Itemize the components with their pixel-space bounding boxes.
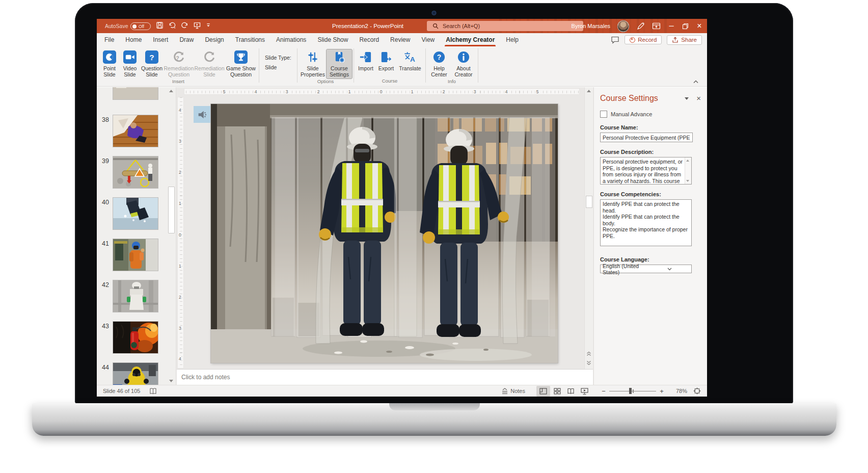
thumbnail-scroll-up-icon[interactable] <box>168 87 174 94</box>
tabrow-actions: Record Share <box>611 33 702 46</box>
start-slideshow-icon[interactable] <box>193 21 201 29</box>
remediation-slide-button[interactable]: RemediationSlide <box>194 49 225 78</box>
course-settings-button[interactable]: CourseSettings <box>327 49 352 78</box>
accessibility-book-icon[interactable] <box>149 388 157 395</box>
scroll-up-icon[interactable] <box>686 160 689 162</box>
notes-pane[interactable]: Click to add notes <box>177 369 593 385</box>
help-center-button[interactable]: ? HelpCenter <box>427 49 451 78</box>
record-dot-icon <box>630 37 635 43</box>
tab-slide-show[interactable]: Slide Show <box>312 33 354 46</box>
autosave-toggle[interactable]: Off <box>130 22 151 30</box>
fit-slide-to-window-icon[interactable] <box>693 387 701 395</box>
autosave-label: AutoSave <box>105 23 128 29</box>
comments-icon[interactable] <box>611 36 619 44</box>
panel-close-icon[interactable]: × <box>696 95 701 102</box>
select-chevron-icon <box>646 268 691 271</box>
ribbon-group-course: Import Export A Translate Course <box>356 46 424 86</box>
zoom-in-button[interactable]: + <box>658 387 666 395</box>
course-competencies-textarea[interactable]: Identify PPE that can protect the head. … <box>601 200 691 246</box>
slide-sorter-view-button[interactable] <box>550 386 564 397</box>
user-avatar[interactable] <box>617 20 629 32</box>
user-name[interactable]: Byron Marsales <box>572 23 610 29</box>
tab-help[interactable]: Help <box>500 33 524 46</box>
about-creator-button[interactable]: AboutCreator <box>451 49 476 78</box>
editor-scroll-thumb[interactable] <box>586 196 592 208</box>
close-button[interactable]: × <box>696 19 703 33</box>
horizontal-ruler: 5 4 3 2 1 0 1 2 3 4 5 <box>184 88 580 95</box>
tab-record[interactable]: Record <box>354 33 385 46</box>
remediation-question-button[interactable]: ? RemediationQuestion <box>164 49 194 78</box>
next-slide-button[interactable] <box>585 359 593 366</box>
tab-insert[interactable]: Insert <box>147 33 174 46</box>
pane-options-chevron-icon[interactable] <box>685 97 689 100</box>
svg-text:?: ? <box>176 55 179 61</box>
thumbnail-scrollbar[interactable] <box>168 87 174 385</box>
tab-view[interactable]: View <box>416 33 440 46</box>
slide-properties-button[interactable]: SlideProperties <box>299 49 327 78</box>
slide-37-thumbnail[interactable] <box>113 87 158 99</box>
translate-button[interactable]: A Translate <box>396 49 424 72</box>
slide-41-thumbnail[interactable] <box>113 239 158 271</box>
description-scrollbar[interactable] <box>685 157 691 184</box>
previous-slide-button[interactable] <box>585 350 593 357</box>
import-button[interactable]: Import <box>356 49 376 72</box>
slide-43-thumbnail[interactable] <box>113 322 158 353</box>
course-language-select[interactable]: English (United States) <box>600 265 692 273</box>
question-slide-button[interactable]: ? QuestionSlide <box>140 49 164 78</box>
slide-38-thumbnail[interactable] <box>113 115 158 147</box>
sketch-pen-icon[interactable] <box>636 22 645 31</box>
scroll-up-icon[interactable] <box>585 87 593 95</box>
record-button[interactable]: Record <box>625 35 662 44</box>
slide-number: 43 <box>102 323 111 330</box>
course-name-input[interactable] <box>600 133 693 142</box>
video-slide-icon <box>123 50 137 64</box>
undo-icon[interactable] <box>168 21 176 29</box>
normal-view-button[interactable] <box>536 386 550 397</box>
main-area: 38 39 40 41 42 <box>97 87 707 385</box>
titlebar-right: Byron Marsales ─ × <box>572 19 703 33</box>
zoom-slider[interactable] <box>609 387 656 395</box>
slide-type-value: Slide <box>265 63 292 72</box>
tab-transitions[interactable]: Transitions <box>230 33 270 46</box>
export-button[interactable]: Export <box>376 49 396 72</box>
tab-alchemy-creator[interactable]: Alchemy Creator <box>440 33 500 46</box>
slide-40-thumbnail[interactable] <box>113 198 158 229</box>
save-icon[interactable] <box>156 21 164 29</box>
editor-scrollbar[interactable] <box>584 87 593 370</box>
ribbon-display-options-icon[interactable] <box>652 22 661 30</box>
restore-button[interactable] <box>682 23 689 30</box>
customize-qat-chevron-icon[interactable] <box>206 21 211 29</box>
course-language-value: English (United States) <box>601 263 646 275</box>
minimize-button[interactable]: ─ <box>668 19 675 33</box>
tab-draw[interactable]: Draw <box>174 33 199 46</box>
tab-file[interactable]: File <box>99 33 120 46</box>
slide-39-thumbnail[interactable] <box>113 156 158 188</box>
audio-clip-icon[interactable] <box>194 106 210 123</box>
manual-advance-checkbox[interactable] <box>600 111 607 118</box>
notes-toggle-button[interactable]: Notes <box>501 388 525 394</box>
game-show-question-icon <box>234 50 248 64</box>
tab-home[interactable]: Home <box>120 33 147 46</box>
slideshow-view-button[interactable] <box>578 386 591 397</box>
tab-animations[interactable]: Animations <box>270 33 312 46</box>
point-slide-button[interactable]: PointSlide <box>99 49 120 78</box>
search-box[interactable]: Search (Alt+Q) <box>427 21 583 31</box>
course-description-textarea[interactable]: Personal protective equipment, or PPE, i… <box>601 157 691 184</box>
scroll-down-icon[interactable] <box>686 180 689 182</box>
tab-design[interactable]: Design <box>199 33 229 46</box>
collapse-ribbon-icon[interactable] <box>693 80 699 84</box>
slide-canvas[interactable] <box>211 104 558 363</box>
slide-44-thumbnail[interactable] <box>113 363 158 385</box>
game-show-question-button[interactable]: Game ShowQuestion <box>225 49 257 78</box>
tab-review[interactable]: Review <box>385 33 416 46</box>
zoom-slider-handle[interactable] <box>629 388 632 394</box>
redo-icon[interactable] <box>181 21 188 29</box>
thumbnail-scroll-down-icon[interactable] <box>168 377 174 384</box>
share-button[interactable]: Share <box>667 35 702 45</box>
thumbnail-scroll-thumb[interactable] <box>168 187 175 233</box>
video-slide-button[interactable]: VideoSlide <box>120 49 140 78</box>
zoom-out-button[interactable]: − <box>600 387 608 395</box>
slide-42-thumbnail[interactable] <box>113 280 158 312</box>
course-settings-icon <box>333 50 346 64</box>
reading-view-button[interactable] <box>564 386 578 397</box>
